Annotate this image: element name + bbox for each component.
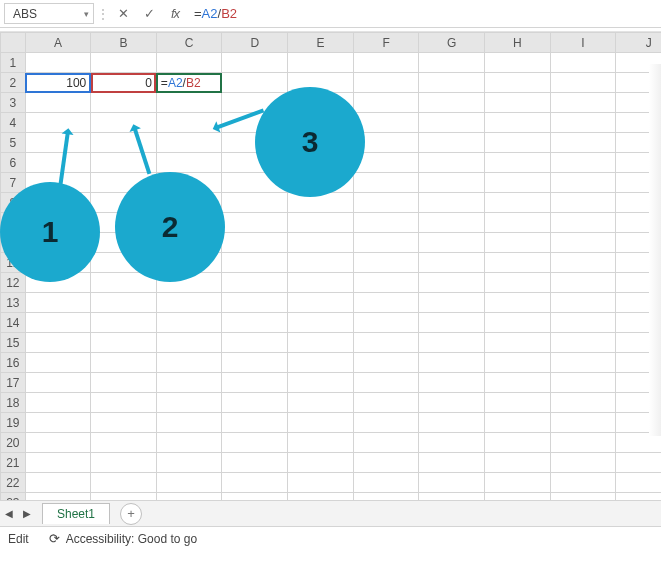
cell-D2[interactable] [222, 73, 288, 93]
cell-E20[interactable] [288, 433, 354, 453]
add-sheet-button[interactable]: + [120, 503, 142, 525]
cell-I22[interactable] [550, 473, 616, 493]
column-header-g[interactable]: G [419, 33, 485, 53]
cell-H5[interactable] [484, 133, 550, 153]
row-header-10[interactable]: 10 [1, 233, 26, 253]
cell-D4[interactable] [222, 113, 288, 133]
row-header-7[interactable]: 7 [1, 173, 26, 193]
cell-E13[interactable] [288, 293, 354, 313]
cell-E3[interactable] [288, 93, 354, 113]
cell-H2[interactable] [484, 73, 550, 93]
cell-G16[interactable] [419, 353, 485, 373]
cell-I23[interactable] [550, 493, 616, 501]
cell-G21[interactable] [419, 453, 485, 473]
cell-F7[interactable] [353, 173, 419, 193]
row-header-17[interactable]: 17 [1, 373, 26, 393]
row-header-5[interactable]: 5 [1, 133, 26, 153]
cell-H20[interactable] [484, 433, 550, 453]
cell-E11[interactable] [288, 253, 354, 273]
cell-G14[interactable] [419, 313, 485, 333]
cell-F8[interactable] [353, 193, 419, 213]
cell-C2[interactable]: =A2/B2 [156, 73, 222, 93]
cell-A20[interactable] [25, 433, 91, 453]
cell-D10[interactable] [222, 233, 288, 253]
cell-B12[interactable] [91, 273, 157, 293]
cell-D9[interactable] [222, 213, 288, 233]
cell-C10[interactable] [156, 233, 222, 253]
cell-E1[interactable] [288, 53, 354, 73]
column-header-i[interactable]: I [550, 33, 616, 53]
cell-I12[interactable] [550, 273, 616, 293]
cell-H15[interactable] [484, 333, 550, 353]
row-header-15[interactable]: 15 [1, 333, 26, 353]
cell-I9[interactable] [550, 213, 616, 233]
cell-A13[interactable] [25, 293, 91, 313]
cell-G13[interactable] [419, 293, 485, 313]
cell-H18[interactable] [484, 393, 550, 413]
cell-F18[interactable] [353, 393, 419, 413]
cell-C15[interactable] [156, 333, 222, 353]
cell-F12[interactable] [353, 273, 419, 293]
cell-C6[interactable] [156, 153, 222, 173]
cell-I11[interactable] [550, 253, 616, 273]
cell-I10[interactable] [550, 233, 616, 253]
cell-B2[interactable]: 0 [91, 73, 157, 93]
cell-E5[interactable] [288, 133, 354, 153]
cell-G15[interactable] [419, 333, 485, 353]
cell-E12[interactable] [288, 273, 354, 293]
name-box-caret-icon[interactable]: ▾ [84, 9, 89, 19]
cell-D7[interactable] [222, 173, 288, 193]
cell-E21[interactable] [288, 453, 354, 473]
cell-D8[interactable] [222, 193, 288, 213]
cell-H13[interactable] [484, 293, 550, 313]
cell-A5[interactable] [25, 133, 91, 153]
cell-D21[interactable] [222, 453, 288, 473]
cell-F15[interactable] [353, 333, 419, 353]
row-header-21[interactable]: 21 [1, 453, 26, 473]
cell-A11[interactable] [25, 253, 91, 273]
cell-G5[interactable] [419, 133, 485, 153]
cell-B3[interactable] [91, 93, 157, 113]
cell-B5[interactable] [91, 133, 157, 153]
cell-B13[interactable] [91, 293, 157, 313]
row-header-11[interactable]: 11 [1, 253, 26, 273]
cell-I20[interactable] [550, 433, 616, 453]
cell-F11[interactable] [353, 253, 419, 273]
spreadsheet-grid[interactable]: ABCDEFGHIJ121000=A2/B2345678910111213141… [0, 32, 661, 500]
cell-D1[interactable] [222, 53, 288, 73]
cell-A4[interactable] [25, 113, 91, 133]
row-header-16[interactable]: 16 [1, 353, 26, 373]
cell-B9[interactable] [91, 213, 157, 233]
cell-I2[interactable] [550, 73, 616, 93]
cell-D6[interactable] [222, 153, 288, 173]
cell-C21[interactable] [156, 453, 222, 473]
cell-B18[interactable] [91, 393, 157, 413]
row-header-20[interactable]: 20 [1, 433, 26, 453]
cell-F5[interactable] [353, 133, 419, 153]
cell-H12[interactable] [484, 273, 550, 293]
column-header-h[interactable]: H [484, 33, 550, 53]
row-header-19[interactable]: 19 [1, 413, 26, 433]
cell-E14[interactable] [288, 313, 354, 333]
cell-H17[interactable] [484, 373, 550, 393]
cell-F13[interactable] [353, 293, 419, 313]
row-header-4[interactable]: 4 [1, 113, 26, 133]
cell-C17[interactable] [156, 373, 222, 393]
cell-B8[interactable] [91, 193, 157, 213]
accessibility-status[interactable]: ⟳ Accessibility: Good to go [49, 531, 197, 546]
cell-I1[interactable] [550, 53, 616, 73]
cell-F17[interactable] [353, 373, 419, 393]
cell-F3[interactable] [353, 93, 419, 113]
row-header-22[interactable]: 22 [1, 473, 26, 493]
row-header-13[interactable]: 13 [1, 293, 26, 313]
cell-E10[interactable] [288, 233, 354, 253]
row-header-6[interactable]: 6 [1, 153, 26, 173]
cell-D12[interactable] [222, 273, 288, 293]
row-header-12[interactable]: 12 [1, 273, 26, 293]
cell-D17[interactable] [222, 373, 288, 393]
cell-I14[interactable] [550, 313, 616, 333]
cell-E8[interactable] [288, 193, 354, 213]
formula-input[interactable]: =A2/B2 [188, 0, 661, 27]
select-all-corner[interactable] [1, 33, 26, 53]
cell-A1[interactable] [25, 53, 91, 73]
